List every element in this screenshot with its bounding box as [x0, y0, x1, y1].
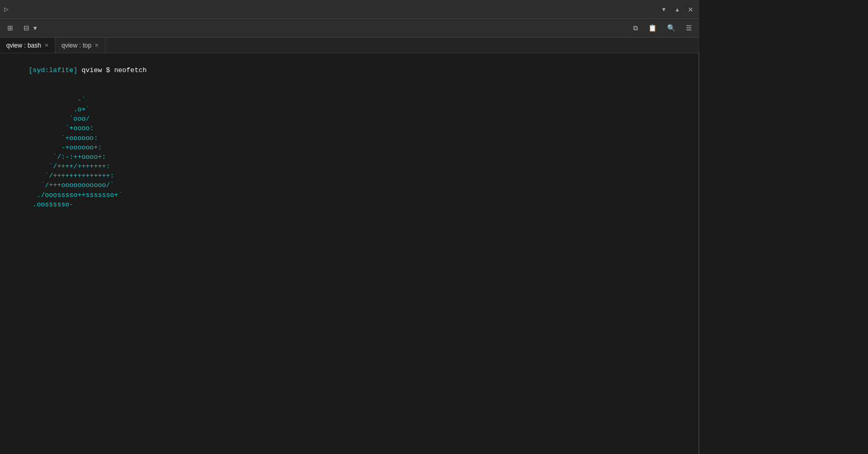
- hamburger-icon: ☰: [686, 24, 692, 32]
- prompt-1: [syd:lafite]: [29, 66, 78, 74]
- terminal-content: [syd:lafite] qview $ neofetch -` .o+` `o…: [0, 53, 699, 454]
- toolbar: ⊞ ⊟ ▾ ⧉ 📋 🔍 ☰: [0, 19, 699, 38]
- tab-top-close[interactable]: ✕: [94, 42, 99, 48]
- neofetch-logo: -` .o+` `ooo/ `+oooo: `+oooooo: -+oooooo…: [4, 86, 156, 209]
- find-button[interactable]: 🔍: [664, 23, 681, 33]
- close-button[interactable]: ✕: [686, 3, 695, 16]
- tab-bash-close[interactable]: ✕: [44, 42, 49, 48]
- tab-bar: qview : bash ✕ qview : top ✕: [0, 38, 699, 53]
- copy-icon: ⧉: [633, 24, 638, 32]
- app-icon: ▷: [4, 5, 8, 14]
- new-tab-icon: ⊞: [7, 24, 13, 32]
- tab-top-label: qview : top: [62, 42, 91, 49]
- new-tab-button[interactable]: ⊞: [4, 23, 18, 33]
- tab-bash[interactable]: qview : bash ✕: [0, 38, 55, 53]
- paste-icon: 📋: [648, 24, 657, 32]
- paste-button[interactable]: 📋: [645, 23, 662, 33]
- tab-bash-label: qview : bash: [6, 42, 41, 49]
- maximize-button[interactable]: ▴: [673, 3, 682, 16]
- title-bar-right: ▾ ▴ ✕: [659, 3, 695, 16]
- copy-button[interactable]: ⧉: [630, 23, 643, 33]
- split-view-button[interactable]: ⊟ ▾: [20, 23, 40, 33]
- cmd-1: qview $ neofetch: [77, 66, 147, 74]
- title-bar-left: ▷: [4, 5, 8, 14]
- find-icon: 🔍: [667, 24, 675, 32]
- minimize-button[interactable]: ▾: [659, 3, 669, 16]
- prompt-line-1: [syd:lafite] qview $ neofetch: [4, 56, 694, 85]
- tab-top[interactable]: qview : top ✕: [55, 38, 105, 53]
- hamburger-button[interactable]: ☰: [683, 23, 695, 33]
- split-view-chevron: ▾: [33, 24, 37, 32]
- neofetch-output: -` .o+` `ooo/ `+oooo: `+oooooo: -+oooooo…: [4, 86, 694, 209]
- title-bar: ▷ ▾ ▴ ✕: [0, 0, 699, 19]
- split-view-icon: ⊟: [23, 24, 29, 32]
